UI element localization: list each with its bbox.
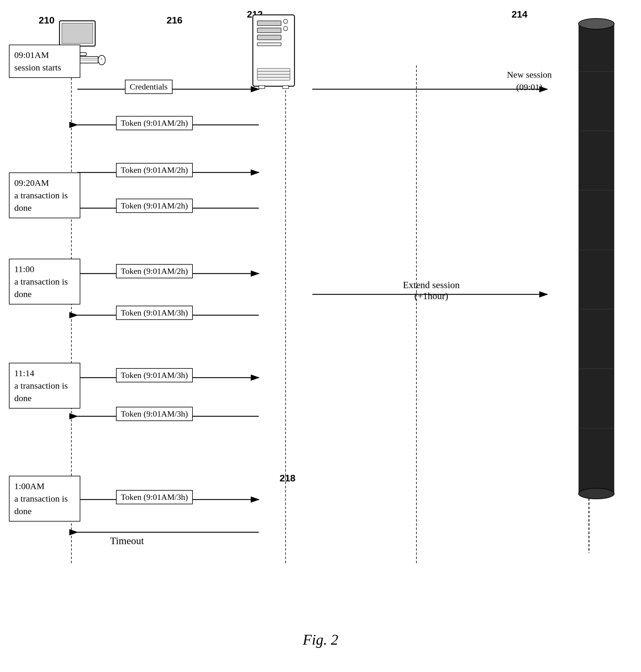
event-text-3: 11:00a transaction isdone: [14, 264, 68, 299]
svg-rect-20: [62, 23, 93, 43]
ref-210: 210: [39, 15, 54, 26]
token-label-9: Token (9:01AM/3h): [121, 492, 188, 502]
token-box-2: Token (9:01AM/2h): [116, 116, 193, 130]
svg-point-42: [578, 18, 614, 29]
svg-rect-32: [257, 43, 281, 46]
svg-rect-29: [257, 21, 281, 26]
new-session-label: New session(09:01): [507, 68, 552, 93]
token-label-6: Token (9:01AM/3h): [121, 308, 188, 317]
ref-218: 218: [279, 473, 295, 484]
svg-rect-39: [259, 86, 265, 88]
event-text-1: 09:01AM session starts: [14, 50, 61, 72]
token-box-8: Token (9:01AM/3h): [116, 407, 193, 421]
token-box-5: Token (9:01AM/2h): [116, 264, 193, 278]
proxy-server-icon: [244, 12, 303, 83]
token-label-5: Token (9:01AM/2h): [121, 266, 188, 276]
timeout-text: Timeout: [110, 535, 144, 546]
svg-point-33: [284, 19, 288, 24]
credentials-box: Credentials: [125, 80, 173, 94]
event-box-2: 09:20AMa transaction isdone: [9, 173, 80, 218]
event-text-4: 11:14a transaction isdone: [14, 368, 68, 403]
svg-rect-41: [578, 24, 614, 494]
token-label-8: Token (9:01AM/3h): [121, 409, 188, 419]
ref-216: 216: [166, 15, 182, 26]
fig-text: Fig. 2: [303, 631, 338, 648]
event-text-5: 1:00AMa transaction isdone: [14, 481, 68, 516]
token-box-9: Token (9:01AM/3h): [116, 490, 193, 504]
event-box-3: 11:00a transaction isdone: [9, 259, 80, 304]
timeout-label: Timeout: [110, 535, 144, 547]
ref-214: 214: [512, 9, 527, 20]
token-box-6: Token (9:01AM/3h): [116, 306, 193, 320]
svg-point-34: [284, 26, 288, 31]
token-box-3: Token (9:01AM/2h): [116, 163, 193, 177]
event-box-5: 1:00AMa transaction isdone: [9, 476, 80, 522]
resource-cylinder-icon: [575, 12, 617, 488]
token-box-4: Token (9:01AM/2h): [116, 198, 193, 213]
svg-point-43: [578, 488, 614, 499]
token-label-7: Token (9:01AM/3h): [121, 370, 188, 380]
token-label-2: Token (9:01AM/2h): [121, 118, 188, 127]
event-box-1: 09:01AM session starts: [9, 45, 80, 78]
token-label-3: Token (9:01AM/2h): [121, 165, 188, 175]
token-label-4: Token (9:01AM/2h): [121, 201, 188, 210]
new-session-text: New session(09:01): [507, 70, 552, 92]
event-box-4: 11:14a transaction isdone: [9, 363, 80, 409]
svg-rect-30: [257, 28, 281, 33]
diagram: 210 216 212 214 218: [0, 0, 641, 672]
credentials-label: Credentials: [130, 82, 168, 91]
svg-rect-40: [283, 86, 288, 88]
event-text-2: 09:20AMa transaction isdone: [14, 178, 68, 212]
svg-rect-31: [257, 35, 281, 40]
extend-session-text: Extend session(+1hour): [403, 279, 460, 301]
figure-label: Fig. 2: [0, 631, 641, 648]
extend-session-label: Extend session(+1hour): [342, 279, 520, 302]
token-box-7: Token (9:01AM/3h): [116, 368, 193, 382]
